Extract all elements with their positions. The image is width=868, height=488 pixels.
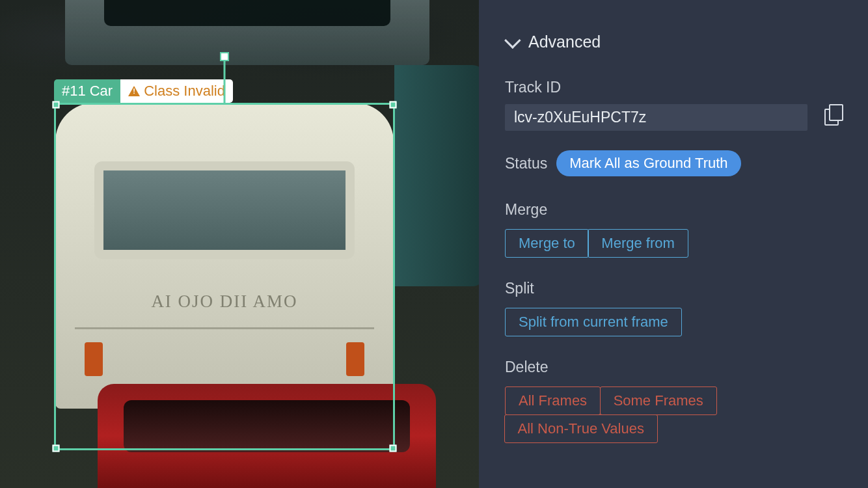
resize-handle-bottom-left[interactable]: [53, 445, 60, 452]
resize-handle-top-right[interactable]: [390, 102, 397, 109]
track-id-label: Track ID: [505, 79, 855, 96]
merge-from-button[interactable]: Merge from: [588, 229, 688, 258]
class-invalid-warning[interactable]: Class Invalid: [120, 79, 233, 103]
scene-backdrop: AI OJO DII AMO: [0, 0, 479, 488]
resize-handle-bottom-right[interactable]: [390, 445, 397, 452]
merge-label: Merge: [505, 201, 855, 219]
chevron-down-icon: [504, 32, 521, 48]
delete-all-frames-button[interactable]: All Frames: [505, 386, 601, 415]
annotation-canvas[interactable]: AI OJO DII AMO #11 Car Class Invalid: [0, 0, 479, 488]
object-id: #11: [62, 83, 86, 100]
section-title: Advanced: [528, 33, 601, 51]
copy-icon[interactable]: [824, 109, 843, 127]
object-id-tag[interactable]: #11 Car: [54, 79, 120, 103]
properties-panel: Advanced Track ID Status Mark All as Gro…: [479, 0, 868, 488]
split-label: Split: [505, 280, 855, 297]
status-label: Status: [505, 155, 547, 172]
merge-to-button[interactable]: Merge to: [505, 229, 589, 258]
delete-non-true-button[interactable]: All Non-True Values: [504, 414, 658, 443]
delete-some-frames-button[interactable]: Some Frames: [600, 386, 717, 415]
split-from-frame-button[interactable]: Split from current frame: [505, 308, 682, 336]
track-id-input[interactable]: [505, 104, 807, 131]
warning-text: Class Invalid: [144, 83, 225, 100]
resize-handle-top-left[interactable]: [53, 102, 60, 109]
rotation-handle[interactable]: [220, 52, 229, 61]
warning-icon: [128, 86, 140, 96]
object-class: Car: [90, 83, 113, 100]
van-decal-text: AI OJO DII AMO: [55, 291, 394, 312]
delete-label: Delete: [505, 359, 855, 376]
mark-ground-truth-button[interactable]: Mark All as Ground Truth: [556, 150, 740, 176]
advanced-section-toggle[interactable]: Advanced: [505, 33, 855, 51]
bbox-label-group: #11 Car Class Invalid: [54, 79, 233, 103]
